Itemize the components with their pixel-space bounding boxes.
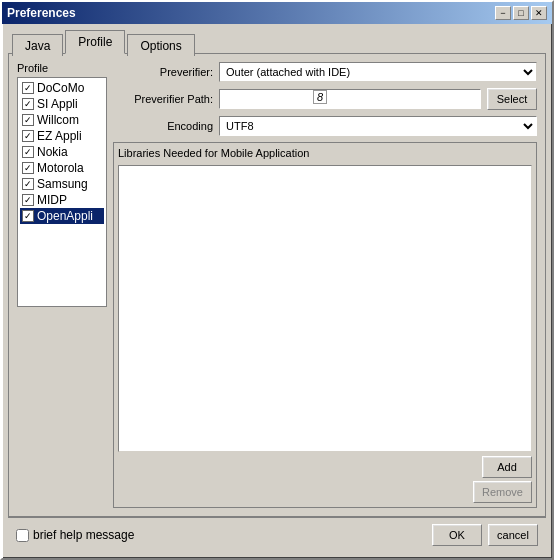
path-label: Preverifier Path:	[113, 93, 213, 105]
label-openappli: OpenAppli	[37, 209, 93, 223]
checkbox-midp[interactable]	[22, 194, 34, 206]
cancel-button[interactable]: cancel	[488, 524, 538, 546]
bottom-bar: brief help message OK cancel	[8, 517, 546, 552]
bottom-buttons: OK cancel	[432, 524, 538, 546]
select-button[interactable]: Select	[487, 88, 537, 110]
remove-button[interactable]: Remove	[473, 481, 532, 503]
checkbox-si-appli[interactable]	[22, 98, 34, 110]
title-bar-controls: − □ ✕	[495, 6, 547, 20]
libraries-list	[118, 165, 532, 452]
sidebar-title: Profile	[17, 62, 107, 74]
label-ez-appli: EZ Appli	[37, 129, 82, 143]
checkbox-motorola[interactable]	[22, 162, 34, 174]
tab-options-label: Options	[140, 39, 181, 53]
libraries-title: Libraries Needed for Mobile Application	[118, 147, 532, 159]
help-checkbox[interactable]	[16, 529, 29, 542]
preverifier-row: Preverifier: Outer (attached with IDE) I…	[113, 62, 537, 82]
preferences-window: Preferences − □ ✕ Java Profile Options P…	[0, 0, 554, 560]
preverifier-select[interactable]: Outer (attached with IDE) Internal None	[219, 62, 537, 82]
title-bar: Preferences − □ ✕	[2, 2, 552, 24]
tab-bar: Java Profile Options	[8, 30, 546, 54]
tab-options[interactable]: Options	[127, 34, 194, 56]
libraries-buttons: Add Remove	[118, 456, 532, 503]
tab-profile[interactable]: Profile	[65, 30, 125, 54]
checkbox-nokia[interactable]	[22, 146, 34, 158]
sidebar-list: DoCoMo SI Appli Willcom EZ Appli	[17, 77, 107, 307]
list-item-motorola[interactable]: Motorola	[20, 160, 104, 176]
checkbox-docomo[interactable]	[22, 82, 34, 94]
libraries-section: Libraries Needed for Mobile Application …	[113, 142, 537, 508]
add-button[interactable]: Add	[482, 456, 532, 478]
content-area: Java Profile Options Profile DoCoMo	[2, 24, 552, 558]
help-label: brief help message	[33, 528, 134, 542]
help-row: brief help message	[16, 528, 134, 542]
label-si-appli: SI Appli	[37, 97, 78, 111]
label-samsung: Samsung	[37, 177, 88, 191]
list-item-midp[interactable]: MIDP	[20, 192, 104, 208]
label-willcom: Willcom	[37, 113, 79, 127]
preverifier-label: Preverifier:	[113, 66, 213, 78]
encoding-label: Encoding	[113, 120, 213, 132]
checkbox-willcom[interactable]	[22, 114, 34, 126]
tab-java-label: Java	[25, 39, 50, 53]
tab-java[interactable]: Java	[12, 34, 63, 56]
window-title: Preferences	[7, 6, 76, 20]
ok-button[interactable]: OK	[432, 524, 482, 546]
sidebar: Profile DoCoMo SI Appli Willcom	[17, 62, 107, 508]
label-motorola: Motorola	[37, 161, 84, 175]
maximize-button[interactable]: □	[513, 6, 529, 20]
encoding-select[interactable]: UTF8 UTF-16 ISO-8859-1	[219, 116, 537, 136]
main-panel: Profile DoCoMo SI Appli Willcom	[8, 53, 546, 517]
label-midp: MIDP	[37, 193, 67, 207]
minimize-button[interactable]: −	[495, 6, 511, 20]
close-button[interactable]: ✕	[531, 6, 547, 20]
checkbox-openappli[interactable]	[22, 210, 34, 222]
label-docomo: DoCoMo	[37, 81, 84, 95]
list-item-docomo[interactable]: DoCoMo	[20, 80, 104, 96]
list-item-openappli[interactable]: OpenAppli	[20, 208, 104, 224]
encoding-row: Encoding UTF8 UTF-16 ISO-8859-1	[113, 116, 537, 136]
label-nokia: Nokia	[37, 145, 68, 159]
path-row: Preverifier Path: 8 Select	[113, 88, 537, 110]
tab-profile-label: Profile	[78, 35, 112, 49]
list-item-nokia[interactable]: Nokia	[20, 144, 104, 160]
list-item-samsung[interactable]: Samsung	[20, 176, 104, 192]
checkbox-samsung[interactable]	[22, 178, 34, 190]
path-input[interactable]	[219, 89, 481, 109]
checkbox-ez-appli[interactable]	[22, 130, 34, 142]
list-item-ez-appli[interactable]: EZ Appli	[20, 128, 104, 144]
right-content: Preverifier: Outer (attached with IDE) I…	[113, 62, 537, 508]
list-item-willcom[interactable]: Willcom	[20, 112, 104, 128]
list-item-si-appli[interactable]: SI Appli	[20, 96, 104, 112]
